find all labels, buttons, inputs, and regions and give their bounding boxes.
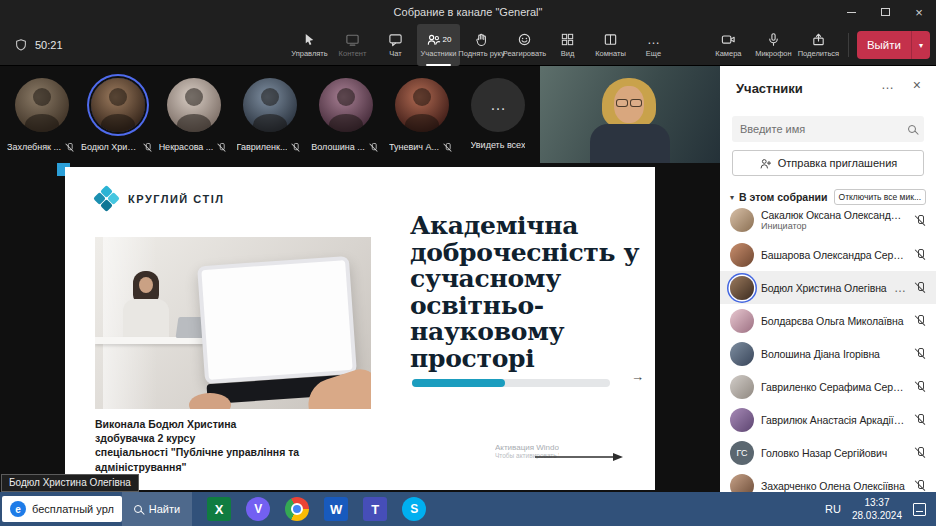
device-controls: Камера Микрофон Поделиться Выйти ▾: [707, 24, 930, 66]
taskbar-search[interactable]: Найти: [122, 492, 192, 526]
participant-name: Сакалюк Оксана Олександрівна: [761, 209, 906, 221]
view-button[interactable]: Вид: [546, 24, 589, 66]
react-button[interactable]: Реагировать: [503, 24, 546, 66]
active-speaker-video[interactable]: [540, 66, 720, 163]
panel-more-icon[interactable]: …: [881, 77, 894, 92]
mic-muted-icon[interactable]: [913, 248, 926, 262]
close-icon: ×: [915, 5, 923, 20]
invite-label: Отправка приглашения: [778, 157, 898, 169]
leave-button[interactable]: Выйти ▾: [857, 31, 930, 59]
chrome-icon[interactable]: [285, 497, 309, 521]
skype-icon[interactable]: S: [402, 497, 426, 521]
participant-name: Захарченко Олена Олексіївна: [761, 480, 906, 492]
participant-name: Гавриленко Серафима Сергіївна: [761, 381, 906, 393]
search-highlight-text: бесплатный урл: [32, 503, 114, 515]
content-button[interactable]: Контент: [331, 24, 374, 66]
tile-name: Некрасова ...: [159, 142, 214, 152]
meeting-timer: 50:21: [35, 39, 63, 51]
notification-center-icon[interactable]: [913, 503, 926, 516]
word-icon[interactable]: W: [324, 497, 348, 521]
search-icon: [908, 125, 916, 133]
participant-row[interactable]: Захарченко Олена Олексіївна: [720, 469, 936, 492]
participant-name: Болдарєва Ольга Миколаївна: [761, 315, 906, 327]
filmstrip-tile[interactable]: Захлебняк ...: [4, 72, 80, 154]
language-indicator[interactable]: RU: [825, 503, 841, 515]
smiley-icon: [517, 32, 532, 47]
share-label: Поделиться: [798, 49, 839, 58]
taskbar-tray: RU 13:37 28.03.2024: [825, 496, 936, 522]
participant-list: Сакалюк Оксана Олександрівна Инициатор Б…: [720, 202, 936, 492]
participants-button[interactable]: 20 Участники: [417, 24, 460, 66]
more-button[interactable]: … Еще: [632, 24, 675, 66]
participant-row[interactable]: Гаврилюк Анастасія Аркадіївна: [720, 403, 936, 436]
mic-muted-icon[interactable]: [913, 347, 926, 361]
filmstrip-tile[interactable]: Волошина ...: [308, 72, 384, 154]
avatar: [730, 243, 754, 267]
shared-presentation-slide: КРУГЛИЙ СТІЛ Академічна доброчесність у …: [65, 167, 655, 490]
mic-muted-icon[interactable]: [913, 479, 926, 493]
title-bar: Собрание в канале "General" ×: [0, 0, 936, 24]
avatar: [319, 78, 373, 132]
mic-muted-icon[interactable]: [913, 213, 926, 227]
share-button[interactable]: Поделиться: [797, 24, 840, 66]
manage-button[interactable]: Управлять: [288, 24, 331, 66]
participants-label: Участники: [421, 49, 457, 58]
mic-muted-icon: [64, 142, 74, 153]
row-more-icon[interactable]: …: [894, 281, 906, 295]
avatar: [730, 408, 754, 432]
leave-label: Выйти: [857, 39, 911, 51]
clock[interactable]: 13:37 28.03.2024: [852, 496, 902, 522]
mic-muted-icon[interactable]: [913, 380, 926, 394]
close-button[interactable]: ×: [902, 0, 936, 24]
participant-row[interactable]: ГС Головко Назар Сергійович: [720, 436, 936, 469]
participant-row[interactable]: Башарова Олександра Сергіївна: [720, 238, 936, 271]
leave-options-button[interactable]: ▾: [912, 41, 930, 50]
invite-button[interactable]: Отправка приглашения: [732, 150, 924, 176]
camera-icon: [721, 32, 736, 47]
mic-muted-icon[interactable]: [913, 413, 926, 427]
maximize-button[interactable]: [868, 0, 902, 24]
see-all-tile[interactable]: … Увидеть всех: [460, 72, 536, 154]
mic-icon: [766, 32, 781, 47]
rooms-button[interactable]: Комнаты: [589, 24, 632, 66]
author-line-2: здобувачка 2 курсу: [95, 431, 330, 445]
mic-muted-icon[interactable]: [913, 314, 926, 328]
participant-row[interactable]: Болдарєва Ольга Миколаївна: [720, 304, 936, 337]
taskbar-apps: X V W T S: [207, 497, 426, 521]
panel-title: Участники: [736, 81, 803, 96]
filmstrip-tile[interactable]: Туневич А...: [384, 72, 460, 154]
search-highlight-chip[interactable]: е бесплатный урл: [2, 496, 122, 522]
filmstrip-tile[interactable]: Бодюл Христи...: [80, 72, 156, 154]
ellipsis-icon: …: [471, 78, 525, 132]
participant-row[interactable]: Сакалюк Оксана Олександрівна Инициатор: [720, 202, 936, 238]
mic-muted-icon[interactable]: [913, 446, 926, 460]
window-title: Собрание в канале "General": [0, 0, 936, 24]
participant-row-current-user[interactable]: Бодюл Христина Олегівна …: [720, 271, 936, 304]
tile-name: Захлебняк ...: [7, 142, 61, 152]
viber-icon[interactable]: V: [246, 497, 270, 521]
participant-row[interactable]: Гавриленко Серафима Сергіївна: [720, 370, 936, 403]
avatar: [730, 208, 754, 232]
tile-name: Туневич А...: [389, 142, 439, 152]
raise-hand-button[interactable]: Поднять руку: [460, 24, 503, 66]
chat-button[interactable]: Чат: [374, 24, 417, 66]
panel-close-icon[interactable]: ×: [913, 77, 921, 93]
slide-next-arrow: →: [631, 369, 644, 384]
participant-search[interactable]: [732, 116, 924, 142]
search-input[interactable]: [740, 123, 908, 135]
camera-button[interactable]: Камера: [707, 24, 750, 66]
filmstrip-tile[interactable]: Некрасова ...: [156, 72, 232, 154]
meeting-timer-group: 50:21: [14, 24, 63, 66]
mic-muted-icon[interactable]: [913, 281, 926, 295]
filmstrip-tile[interactable]: Гавриленк...: [232, 72, 308, 154]
excel-icon[interactable]: X: [207, 497, 231, 521]
teams-icon[interactable]: T: [363, 497, 387, 521]
microphone-button[interactable]: Микрофон: [752, 24, 795, 66]
slide-progress-bar: [412, 379, 610, 387]
taskbar-search-label: Найти: [149, 503, 180, 515]
screen-share-icon: [345, 32, 360, 47]
participant-row[interactable]: Волошина Діана Ігорівна: [720, 337, 936, 370]
tablet-image: [197, 256, 357, 384]
avatar: [15, 78, 69, 132]
minimize-button[interactable]: [834, 0, 868, 24]
